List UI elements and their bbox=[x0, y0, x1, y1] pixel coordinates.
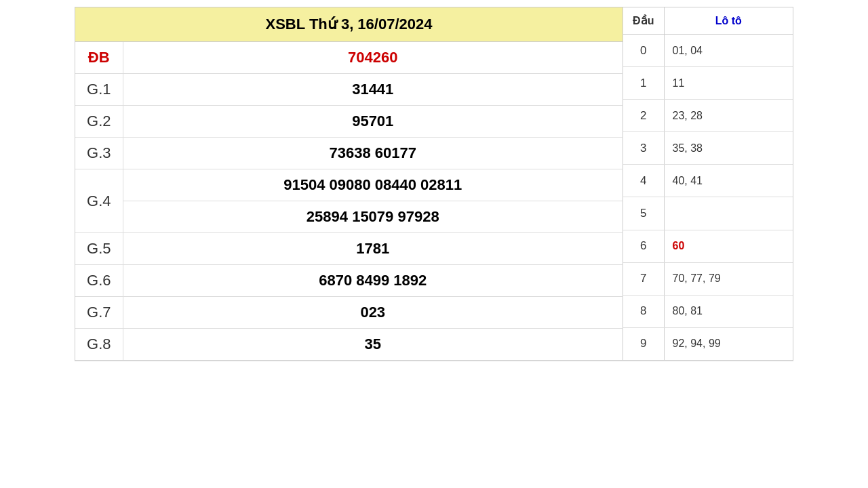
prize-row-3: G.373638 60177 bbox=[75, 138, 623, 169]
table-title: XSBL Thứ 3, 16/07/2024 bbox=[75, 7, 623, 42]
prize-label-5: G.5 bbox=[75, 233, 123, 265]
prize-values-0: 704260 bbox=[123, 42, 623, 74]
dau-cell-4: 4 bbox=[623, 165, 664, 197]
prize-row-8: G.835 bbox=[75, 329, 623, 361]
loto-header: Lô tô bbox=[664, 7, 793, 35]
loto-cell-0: 01, 04 bbox=[664, 35, 793, 67]
dau-cell-9: 9 bbox=[623, 327, 664, 360]
loto-cell-1: 11 bbox=[664, 67, 793, 100]
loto-value-red-6: 60 bbox=[673, 240, 685, 251]
loto-row-4: 440, 41 bbox=[623, 165, 793, 197]
prize-row-2: G.295701 bbox=[75, 106, 623, 138]
loto-cell-5 bbox=[664, 197, 793, 230]
prize-label-g4: G.4 bbox=[75, 169, 123, 233]
loto-row-8: 880, 81 bbox=[623, 295, 793, 327]
loto-cell-4: 40, 41 bbox=[664, 165, 793, 197]
prize-values-7: 023 bbox=[123, 297, 623, 329]
dau-cell-6: 6 bbox=[623, 230, 664, 262]
loto-row-5: 5 bbox=[623, 197, 793, 230]
prize-row-5: G.51781 bbox=[75, 233, 623, 265]
prize-row-7: G.7023 bbox=[75, 297, 623, 329]
loto-row-0: 001, 04 bbox=[623, 35, 793, 67]
lottery-table: XSBL Thứ 3, 16/07/2024 ĐB704260G.131441G… bbox=[75, 7, 623, 361]
dau-cell-3: 3 bbox=[623, 132, 664, 165]
prize-label-2: G.2 bbox=[75, 106, 123, 138]
loto-row-3: 335, 38 bbox=[623, 132, 793, 165]
prize-label-7: G.7 bbox=[75, 297, 123, 329]
prize-values-g4-row1: 91504 09080 08440 02811 bbox=[123, 169, 623, 201]
loto-row-1: 111 bbox=[623, 67, 793, 100]
prize-label-3: G.3 bbox=[75, 138, 123, 169]
loto-row-6: 660 bbox=[623, 230, 793, 262]
prize-values-5: 1781 bbox=[123, 233, 623, 265]
loto-cell-8: 80, 81 bbox=[664, 295, 793, 327]
main-container: XSBL Thứ 3, 16/07/2024 ĐB704260G.131441G… bbox=[75, 7, 793, 361]
dau-cell-8: 8 bbox=[623, 295, 664, 327]
prize-values-1: 31441 bbox=[123, 74, 623, 106]
prize-values-8: 35 bbox=[123, 329, 623, 361]
loto-cell-9: 92, 94, 99 bbox=[664, 327, 793, 360]
prize-values-3: 73638 60177 bbox=[123, 138, 623, 169]
dau-cell-0: 0 bbox=[623, 35, 664, 67]
loto-row-7: 770, 77, 79 bbox=[623, 262, 793, 295]
prize-values-6: 6870 8499 1892 bbox=[123, 265, 623, 297]
loto-cell-6: 60 bbox=[664, 230, 793, 262]
dau-cell-1: 1 bbox=[623, 67, 664, 100]
loto-table: Đầu Lô tô 001, 04111223, 28335, 38440, 4… bbox=[623, 7, 793, 361]
loto-cell-7: 70, 77, 79 bbox=[664, 262, 793, 295]
prize-row-6: G.66870 8499 1892 bbox=[75, 265, 623, 297]
prize-row-0: ĐB704260 bbox=[75, 42, 623, 74]
loto-cell-3: 35, 38 bbox=[664, 132, 793, 165]
dau-cell-2: 2 bbox=[623, 100, 664, 132]
prize-label-8: G.8 bbox=[75, 329, 123, 361]
dau-header: Đầu bbox=[623, 7, 664, 35]
prize-row-g4-2: 25894 15079 97928 bbox=[75, 201, 623, 233]
dau-cell-5: 5 bbox=[623, 197, 664, 230]
prize-values-g4-row2: 25894 15079 97928 bbox=[123, 201, 623, 233]
prize-label-0: ĐB bbox=[75, 42, 123, 74]
prize-values-2: 95701 bbox=[123, 106, 623, 138]
loto-cell-2: 23, 28 bbox=[664, 100, 793, 132]
loto-row-9: 992, 94, 99 bbox=[623, 327, 793, 360]
dau-cell-7: 7 bbox=[623, 262, 664, 295]
prize-row-1: G.131441 bbox=[75, 74, 623, 106]
loto-row-2: 223, 28 bbox=[623, 100, 793, 132]
prize-row-g4-1: G.491504 09080 08440 02811 bbox=[75, 169, 623, 201]
prize-label-6: G.6 bbox=[75, 265, 123, 297]
prize-label-1: G.1 bbox=[75, 74, 123, 106]
